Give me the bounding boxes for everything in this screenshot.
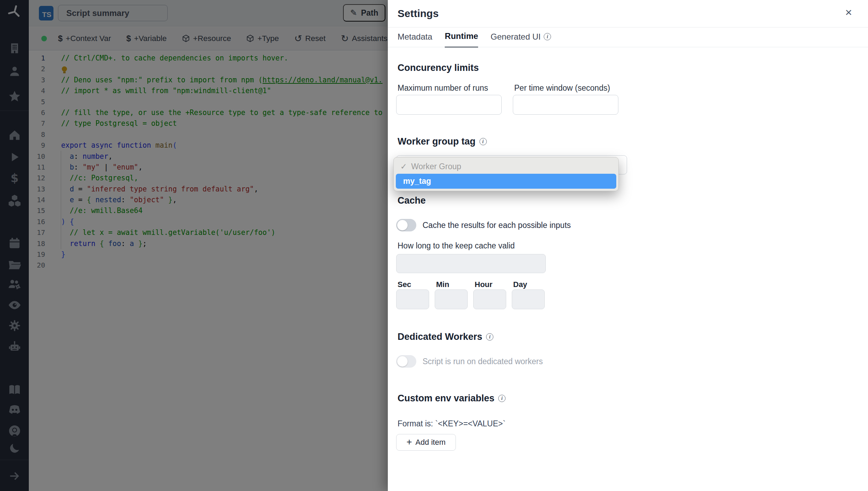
cache-duration-input[interactable] bbox=[396, 254, 546, 273]
day-input[interactable] bbox=[512, 289, 545, 309]
worker-group-heading-label: Worker group tag bbox=[398, 136, 476, 147]
info-icon: i bbox=[486, 333, 493, 341]
dedicated-workers-toggle-label: Script is run on dedicated workers bbox=[423, 357, 543, 366]
drawer-title: Settings bbox=[398, 8, 439, 19]
settings-drawer: Settings × Metadata Runtime Generated UI… bbox=[388, 0, 868, 491]
dedicated-workers-toggle[interactable] bbox=[396, 355, 416, 368]
sec-input[interactable] bbox=[396, 289, 429, 309]
tab-generated-ui[interactable]: Generated UI i bbox=[491, 31, 551, 48]
worker-group-heading: Worker group tag i bbox=[398, 136, 487, 147]
dropdown-group-label: Worker Group bbox=[411, 162, 461, 171]
custom-env-heading: Custom env variables i bbox=[398, 393, 506, 404]
custom-env-heading-label: Custom env variables bbox=[398, 393, 494, 404]
plus-icon: + bbox=[407, 437, 412, 447]
hour-label: Hour bbox=[475, 280, 492, 289]
close-icon[interactable]: × bbox=[845, 6, 852, 18]
cache-heading: Cache bbox=[398, 195, 426, 206]
settings-tabs: Metadata Runtime Generated UI i bbox=[398, 31, 551, 48]
toggle-knob bbox=[397, 220, 408, 230]
dropdown-item-my-tag[interactable]: my_tag bbox=[396, 174, 616, 189]
time-window-input[interactable] bbox=[513, 95, 618, 115]
tab-runtime[interactable]: Runtime bbox=[445, 31, 478, 48]
env-format-hint: Format is: `<KEY>=<VALUE>` bbox=[398, 419, 506, 428]
header-divider bbox=[388, 27, 868, 27]
min-input[interactable] bbox=[435, 289, 468, 309]
info-icon: i bbox=[479, 138, 487, 145]
time-window-label: Per time window (seconds) bbox=[514, 83, 610, 93]
dedicated-workers-heading-label: Dedicated Workers bbox=[398, 332, 482, 342]
cache-toggle-label: Cache the results for each possible inpu… bbox=[423, 221, 571, 230]
info-icon: i bbox=[498, 395, 506, 402]
toggle-knob bbox=[397, 356, 408, 367]
tab-generated-ui-label: Generated UI bbox=[491, 32, 541, 42]
tab-metadata[interactable]: Metadata bbox=[398, 31, 432, 48]
dedicated-workers-heading: Dedicated Workers i bbox=[398, 332, 493, 342]
sec-label: Sec bbox=[398, 280, 411, 289]
add-item-button[interactable]: + Add item bbox=[396, 434, 456, 451]
app-root: $ bbox=[0, 0, 868, 491]
worker-group-dropdown: ✓ Worker Group my_tag bbox=[393, 157, 619, 191]
modal-backdrop[interactable] bbox=[0, 0, 388, 491]
min-label: Min bbox=[436, 280, 449, 289]
info-icon: i bbox=[544, 33, 551, 40]
hour-input[interactable] bbox=[473, 289, 506, 309]
check-icon: ✓ bbox=[400, 162, 407, 171]
day-label: Day bbox=[513, 280, 527, 289]
cache-toggle[interactable] bbox=[396, 219, 416, 231]
tabs-divider bbox=[388, 47, 868, 47]
concurrency-heading: Concurency limits bbox=[398, 63, 479, 73]
cache-duration-label: How long to the keep cache valid bbox=[398, 241, 515, 251]
add-item-label: Add item bbox=[415, 438, 445, 447]
max-runs-label: Maximum number of runs bbox=[398, 83, 488, 93]
dropdown-group-header: ✓ Worker Group bbox=[396, 159, 616, 174]
max-runs-input[interactable] bbox=[396, 95, 502, 115]
